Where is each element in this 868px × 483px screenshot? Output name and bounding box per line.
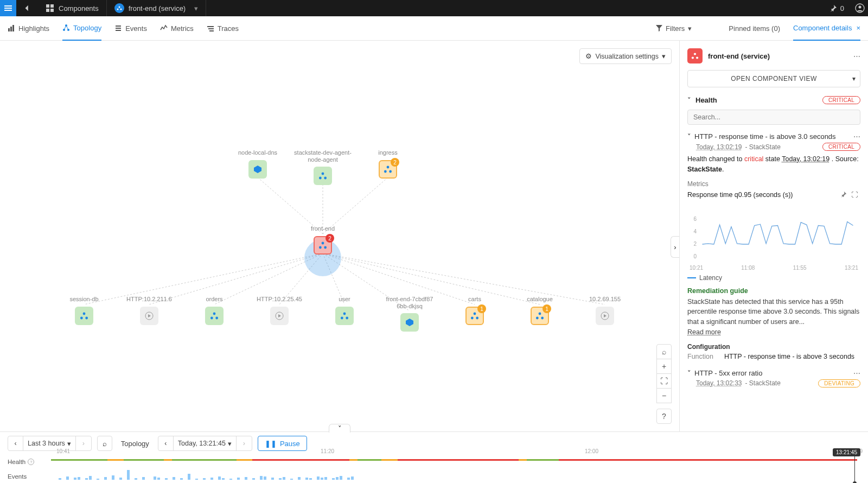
timeline-collapse[interactable]: ˅ xyxy=(329,424,350,433)
filters-button[interactable]: Filters ▾ xyxy=(656,24,692,33)
side-tab-details[interactable]: Component details× xyxy=(793,16,860,41)
health-check-response-time: ˅ HTTP - response time - is above 3.0 se… xyxy=(687,132,860,360)
chevron-down-icon: ˅ xyxy=(687,369,691,377)
user-circle-icon xyxy=(855,3,865,13)
node-label: front-end xyxy=(293,225,353,233)
check-toggle[interactable]: ˅ HTTP - 5xx error ratio ⋯ xyxy=(687,369,860,377)
svg-point-35 xyxy=(210,317,213,320)
pin-metric-button[interactable] xyxy=(838,190,849,200)
node-box: 1 xyxy=(465,307,484,325)
chevron-down-icon: ˅ xyxy=(687,132,691,141)
node-label: 10.2.69.155 xyxy=(575,296,635,303)
zoom-in-button[interactable]: + xyxy=(656,359,672,374)
range-prev-button[interactable]: ‹ xyxy=(8,436,23,450)
help-button[interactable]: ? xyxy=(656,409,672,424)
breadcrumb-components[interactable]: Components xyxy=(38,0,107,16)
grid-icon xyxy=(46,4,54,12)
read-more-link[interactable]: Read more xyxy=(687,328,721,336)
node-stackstate-agent[interactable]: stackstate-dev-agent-node-agent xyxy=(293,149,353,185)
fullscreen-icon: ⛶ xyxy=(660,377,668,385)
open-component-view-button[interactable]: OPEN COMPONENT VIEW ▾ xyxy=(687,70,860,87)
side-tab-pinned[interactable]: Pinned items (0) xyxy=(729,16,780,41)
timeline-mode-label: Topology xyxy=(118,440,152,448)
node-box xyxy=(75,307,93,325)
arrow-left-icon xyxy=(23,4,31,12)
chevron-down-icon: ▾ xyxy=(194,4,198,12)
now-line[interactable] xyxy=(854,455,855,483)
svg-point-4 xyxy=(859,6,861,9)
menu-icon xyxy=(4,4,12,12)
search-icon: ⌕ xyxy=(662,347,666,356)
svg-point-32 xyxy=(85,317,88,320)
node-http-10-2-211-6[interactable]: HTTP:10.2.211.6 xyxy=(119,296,179,325)
node-node-local-dns[interactable]: node-local-dns xyxy=(228,149,288,179)
svg-point-21 xyxy=(322,173,324,175)
component-icon xyxy=(687,48,703,63)
svg-point-47 xyxy=(541,317,544,320)
breadcrumb-label: front-end (service) xyxy=(129,4,186,12)
metrics-subhead: Metrics xyxy=(687,180,860,188)
back-button[interactable] xyxy=(16,4,38,12)
health-search-input[interactable] xyxy=(687,110,860,125)
tab-metrics[interactable]: Metrics xyxy=(160,16,194,41)
check-more-button[interactable]: ⋯ xyxy=(853,369,860,377)
node-catalogue[interactable]: catalogue1 xyxy=(510,296,570,325)
component-more-button[interactable]: ⋯ xyxy=(853,52,860,60)
timeline-panel: ‹ Last 3 hours ▾ › ⌕ Topology ‹ Today, 1… xyxy=(0,431,868,483)
node-label: front-end-7cbdf87 6bb-dkjsq xyxy=(380,296,439,310)
node-session-db[interactable]: session-db xyxy=(54,296,114,325)
metrics-icon xyxy=(160,24,168,32)
info-icon[interactable]: ? xyxy=(28,459,34,465)
remediation-text: StackState has detected that this servic… xyxy=(687,297,860,338)
remediation-title: Remediation guide xyxy=(687,287,860,295)
tab-highlights[interactable]: Highlights xyxy=(8,16,49,41)
check-toggle[interactable]: ˅ HTTP - response time - is above 3.0 se… xyxy=(687,132,860,141)
zoom-search-button[interactable]: ⌕ xyxy=(656,344,672,359)
fit-button[interactable]: ⛶ xyxy=(656,373,672,389)
pinned-button[interactable]: 0 xyxy=(822,4,852,12)
zoom-out-button[interactable]: − xyxy=(656,388,672,403)
node-ingress[interactable]: ingress2 xyxy=(358,149,418,179)
visualization-settings-button[interactable]: ⚙ Visualization settings ▾ xyxy=(579,48,672,64)
node-box xyxy=(140,307,158,325)
check-badge: DEVIATING xyxy=(818,379,860,387)
node-ip-10-2-69-155[interactable]: 10.2.69.155 xyxy=(575,296,635,325)
svg-point-1 xyxy=(117,9,118,10)
topology-canvas[interactable]: ⚙ Visualization settings ▾ node-local-dn… xyxy=(0,41,679,431)
timeline-tracks[interactable]: 10:4111:2012:0012:39 13:21:45 xyxy=(51,455,868,483)
svg-point-39 xyxy=(341,317,343,320)
node-box: 2 xyxy=(379,160,397,179)
svg-text:2: 2 xyxy=(694,241,697,247)
svg-point-46 xyxy=(536,317,539,320)
tab-topology[interactable]: Topology xyxy=(62,16,101,41)
drawer-toggle[interactable]: › xyxy=(671,236,679,258)
pin-count: 0 xyxy=(840,4,844,12)
check-more-button[interactable]: ⋯ xyxy=(853,132,860,141)
node-front-end[interactable]: front-end2 xyxy=(293,225,353,255)
node-user[interactable]: user xyxy=(315,296,374,325)
breadcrumb-front-end[interactable]: front-end (service) ▾ xyxy=(107,0,206,16)
node-label: carts xyxy=(445,296,505,303)
node-label: stackstate-dev-agent-node-agent xyxy=(293,149,353,163)
node-orders[interactable]: orders xyxy=(184,296,244,325)
svg-point-50 xyxy=(692,56,694,59)
tab-traces[interactable]: Traces xyxy=(207,16,239,41)
svg-text:6: 6 xyxy=(694,216,697,222)
node-label: user xyxy=(315,296,374,303)
check-badge: CRITICAL xyxy=(822,143,860,151)
tab-events[interactable]: Events xyxy=(114,16,147,41)
svg-point-44 xyxy=(476,317,478,320)
node-carts[interactable]: carts1 xyxy=(445,296,505,325)
chevron-down-icon: ▾ xyxy=(228,440,232,448)
node-front-end-pod[interactable]: front-end-7cbdf87 6bb-dkjsq xyxy=(380,296,439,332)
profile-button[interactable] xyxy=(852,3,868,13)
svg-point-34 xyxy=(213,313,216,315)
events-icon xyxy=(114,24,122,32)
close-icon[interactable]: × xyxy=(856,24,860,32)
component-details-panel: front-end (service) ⋯ OPEN COMPONENT VIE… xyxy=(679,41,868,431)
node-label: session-db xyxy=(54,296,114,303)
health-section-toggle[interactable]: ˅ Health CRITICAL xyxy=(687,96,860,104)
node-http-10-2-25-45[interactable]: HTTP:10.2.25.45 xyxy=(250,296,309,325)
menu-button[interactable] xyxy=(0,0,16,16)
expand-metric-button[interactable]: ⛶ xyxy=(849,190,860,200)
